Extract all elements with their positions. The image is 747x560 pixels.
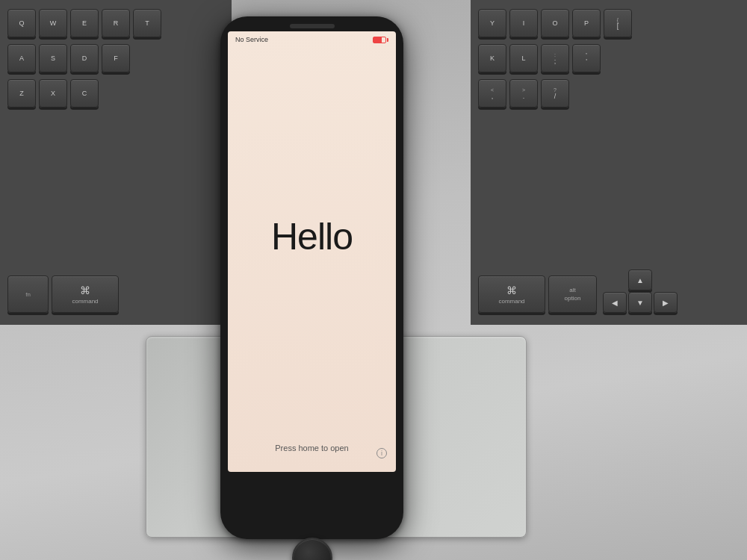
key-up[interactable]: ▲	[628, 270, 652, 290]
battery-body	[373, 37, 386, 43]
key-e[interactable]: E	[70, 9, 99, 37]
command-label-left: command	[72, 298, 98, 305]
key-right[interactable]: ▶	[654, 292, 678, 313]
key-gt[interactable]: > .	[509, 79, 538, 108]
key-i[interactable]: I	[509, 9, 538, 37]
key-row-modifier-right: ⌘ command alt option ▲ ◀ ▼ ▶	[478, 270, 740, 313]
keyboard-right: Y I O P { [ K L : ; " ' < , > . ? /	[471, 0, 747, 325]
command-label-right: command	[498, 298, 524, 305]
key-z[interactable]: Z	[7, 79, 36, 108]
key-command-right[interactable]: ⌘ command	[478, 276, 545, 313]
key-row-modifier-left: fn ⌘ command	[7, 276, 224, 313]
key-x[interactable]: X	[39, 79, 67, 108]
key-row-bot-right: < , > . ? /	[478, 79, 740, 108]
key-l[interactable]: L	[509, 44, 538, 72]
command-symbol-right: ⌘	[506, 284, 517, 296]
battery-tip	[387, 38, 388, 42]
info-icon[interactable]: i	[376, 448, 387, 458]
key-p[interactable]: P	[572, 9, 601, 37]
key-w[interactable]: W	[39, 9, 67, 37]
iphone-screen: No Service Hello Press home to open i	[228, 31, 396, 472]
keyboard-left: Q W E R T A S D F Z X C fn ⌘ command	[0, 0, 232, 325]
key-k[interactable]: K	[478, 44, 506, 72]
arrow-keys: ▲ ◀ ▼ ▶	[603, 270, 678, 313]
carrier-status: No Service	[235, 36, 268, 43]
key-r[interactable]: R	[102, 9, 130, 37]
battery-icon	[373, 37, 388, 43]
key-f[interactable]: F	[102, 44, 130, 72]
key-option[interactable]: alt option	[548, 276, 597, 313]
key-row-mid-left: A S D F	[7, 44, 224, 72]
key-row-top-right: Y I O P { [	[478, 9, 740, 37]
key-command-left[interactable]: ⌘ command	[52, 276, 119, 313]
key-o[interactable]: O	[541, 9, 569, 37]
key-down[interactable]: ▼	[628, 292, 652, 313]
key-row-bot-left: Z X C	[7, 79, 224, 108]
key-y[interactable]: Y	[478, 9, 506, 37]
key-quote[interactable]: " '	[572, 44, 601, 72]
key-q[interactable]: Q	[7, 9, 36, 37]
key-lt[interactable]: < ,	[478, 79, 506, 108]
iphone-bottom-area: Press home to open i	[228, 444, 396, 472]
iphone-notch-area	[220, 16, 403, 28]
iphone-speaker	[290, 24, 335, 28]
iphone-status-bar: No Service	[228, 31, 396, 46]
key-d[interactable]: D	[70, 44, 99, 72]
key-semicolon[interactable]: : ;	[541, 44, 569, 72]
command-symbol-left: ⌘	[80, 284, 90, 296]
iphone-greeting: Hello	[271, 215, 353, 258]
key-row-top-left: Q W E R T	[7, 9, 224, 37]
iphone-press-home-text: Press home to open	[275, 444, 348, 452]
key-a[interactable]: A	[7, 44, 36, 72]
key-row-mid-right: K L : ; " '	[478, 44, 740, 72]
option-label: option	[565, 295, 581, 302]
key-bracket-open[interactable]: { [	[604, 9, 632, 37]
key-left[interactable]: ◀	[603, 292, 627, 313]
alt-label: alt	[569, 287, 575, 293]
key-s[interactable]: S	[39, 44, 67, 72]
key-t[interactable]: T	[133, 9, 161, 37]
key-slash[interactable]: ? /	[541, 79, 569, 108]
iphone-hello-content: Hello	[228, 46, 396, 472]
key-fn-left[interactable]: fn	[7, 276, 49, 313]
key-c[interactable]: C	[70, 79, 99, 108]
iphone: No Service Hello Press home to open i	[220, 16, 403, 539]
